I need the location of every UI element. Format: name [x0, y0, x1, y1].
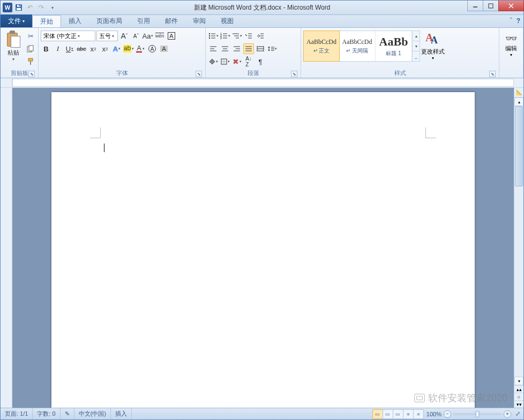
clipboard-launcher[interactable]: ⬊	[28, 71, 35, 77]
svg-point-16	[208, 38, 209, 39]
file-tab[interactable]: 文件▾	[1, 14, 32, 27]
status-proofing-icon[interactable]: ✎	[61, 408, 74, 419]
char-border-icon[interactable]: A	[166, 31, 177, 41]
tab-insert[interactable]: 插入	[61, 15, 89, 27]
phonetic-guide-icon[interactable]: wén	[154, 31, 165, 41]
indent-dec-icon[interactable]	[243, 31, 254, 41]
tab-home[interactable]: 开始	[32, 15, 61, 27]
zoom-slider[interactable]	[453, 413, 501, 415]
scroll-thumb[interactable]	[515, 106, 523, 186]
format-painter-icon[interactable]	[25, 56, 36, 67]
font-label: 字体	[116, 70, 128, 76]
paste-button[interactable]: 粘贴 ▾	[3, 29, 24, 62]
superscript-button[interactable]: x2	[100, 43, 110, 54]
sort-icon[interactable]: A↓Z	[243, 56, 254, 67]
find-button[interactable]: 👓 编辑 ▾	[501, 29, 521, 57]
subscript-button[interactable]: x2	[88, 43, 99, 54]
gallery-down-icon[interactable]: ▾	[413, 41, 420, 51]
tab-mailings[interactable]: 邮件	[158, 15, 185, 27]
paragraph-launcher[interactable]: ⬊	[291, 71, 297, 77]
distribute-icon[interactable]	[255, 43, 266, 54]
group-styles: AaBbCcDd ↵ 正文 AaBbCcDd ↵ 无间隔 AaBb 标题 1 ▴…	[301, 28, 499, 78]
gallery-up-icon[interactable]: ▴	[413, 31, 420, 41]
ribbon-minimize-icon[interactable]: ˆ	[510, 17, 512, 25]
minimize-button[interactable]	[467, 1, 483, 11]
change-case-icon[interactable]: Aa	[143, 31, 153, 41]
close-button[interactable]	[498, 1, 524, 11]
borders-icon[interactable]	[220, 56, 230, 67]
scroll-up-icon[interactable]: ▴	[514, 98, 523, 106]
status-insert-mode[interactable]: 插入	[111, 408, 132, 419]
vertical-scrollbar[interactable]: 📐 ▴ ▾ ▴▴ ○ ▾▾	[514, 88, 523, 408]
zoom-thumb[interactable]	[476, 411, 480, 417]
view-draft-icon[interactable]: ≡	[413, 409, 424, 419]
shading-icon[interactable]	[208, 56, 219, 67]
underline-button[interactable]: U	[64, 43, 75, 54]
undo-icon[interactable]: ↶	[25, 3, 35, 12]
align-center-icon[interactable]	[220, 43, 230, 54]
redo-icon[interactable]: ↷	[36, 3, 46, 12]
enclose-char-icon[interactable]: A	[147, 43, 158, 54]
scroll-down-icon[interactable]: ▾	[514, 377, 523, 385]
style-heading1[interactable]: AaBb 标题 1	[376, 31, 412, 61]
view-fullscreen-icon[interactable]: ▭	[383, 409, 393, 419]
browse-object-icon[interactable]: ○	[514, 393, 523, 400]
qat-dropdown-icon[interactable]: ▾	[48, 3, 57, 12]
numbering-icon[interactable]: 123	[220, 31, 230, 41]
cut-icon[interactable]: ✂	[25, 31, 36, 41]
status-words[interactable]: 字数: 0	[33, 408, 60, 419]
align-justify-icon[interactable]	[243, 43, 254, 54]
highlight-icon[interactable]: ab	[123, 43, 134, 54]
zoom-in-button[interactable]: +	[504, 410, 511, 418]
bullets-icon[interactable]	[208, 31, 219, 41]
view-print-layout-icon[interactable]: ▭	[372, 409, 383, 419]
text-effects-icon[interactable]: A	[111, 43, 122, 54]
page-viewport[interactable]	[12, 88, 514, 408]
strike-button[interactable]: abc	[76, 43, 87, 54]
tab-view[interactable]: 视图	[213, 15, 241, 27]
shrink-font-icon[interactable]: Aˇ	[131, 31, 141, 41]
grow-font-icon[interactable]: Aˆ	[119, 31, 130, 41]
gallery-more-icon[interactable]: ⎯	[413, 51, 420, 61]
zoom-fit-icon[interactable]: ⤢	[515, 410, 520, 417]
zoom-out-button[interactable]: −	[444, 410, 451, 418]
snap-grid-icon[interactable]: ✖	[231, 56, 242, 67]
show-marks-icon[interactable]: ¶	[255, 56, 266, 67]
tab-pagelayout[interactable]: 页面布局	[89, 15, 130, 27]
prev-page-icon[interactable]: ▴▴	[514, 385, 523, 393]
align-right-icon[interactable]	[231, 43, 242, 54]
align-left-icon[interactable]	[208, 43, 219, 54]
font-size-combo[interactable]: 五号▾	[96, 31, 118, 41]
styles-launcher[interactable]: ⬊	[489, 71, 496, 77]
view-web-icon[interactable]: ▭	[393, 409, 403, 419]
style-nospacing[interactable]: AaBbCcDd ↵ 无间隔	[339, 31, 376, 61]
indent-inc-icon[interactable]	[255, 31, 266, 41]
change-styles-button[interactable]: AA 更改样式 ▾	[421, 29, 445, 61]
save-icon[interactable]	[14, 3, 24, 12]
tab-references[interactable]: 引用	[130, 15, 158, 27]
copy-icon[interactable]	[25, 43, 36, 54]
horizontal-ruler[interactable]	[12, 79, 514, 87]
font-name-combo[interactable]: 宋体 (中文正▾	[41, 31, 95, 41]
line-spacing-icon[interactable]	[267, 43, 278, 54]
word-app-icon[interactable]: W	[3, 3, 12, 12]
italic-button[interactable]: I	[53, 43, 63, 54]
page[interactable]	[51, 92, 475, 408]
font-launcher[interactable]: ⬊	[196, 71, 202, 77]
next-page-icon[interactable]: ▾▾	[514, 400, 523, 408]
help-icon[interactable]: ?	[516, 17, 520, 25]
view-outline-icon[interactable]: ≡	[403, 409, 414, 419]
status-bar: 页面: 1/1 字数: 0 ✎ 中文(中国) 插入 ▭ ▭ ▭ ≡ ≡ 100%…	[1, 408, 523, 419]
vertical-ruler[interactable]	[1, 88, 12, 408]
char-shading-icon[interactable]: A	[159, 43, 169, 54]
bold-button[interactable]: B	[41, 43, 51, 54]
multilevel-icon[interactable]	[231, 31, 242, 41]
zoom-percent[interactable]: 100%	[426, 411, 441, 417]
style-normal[interactable]: AaBbCcDd ↵ 正文	[303, 31, 340, 62]
font-color-icon[interactable]: A	[135, 43, 146, 54]
status-language[interactable]: 中文(中国)	[74, 408, 111, 419]
tab-review[interactable]: 审阅	[185, 15, 213, 27]
maximize-button[interactable]	[483, 1, 499, 11]
status-page[interactable]: 页面: 1/1	[1, 408, 33, 419]
ruler-toggle-icon[interactable]: 📐	[514, 88, 523, 98]
